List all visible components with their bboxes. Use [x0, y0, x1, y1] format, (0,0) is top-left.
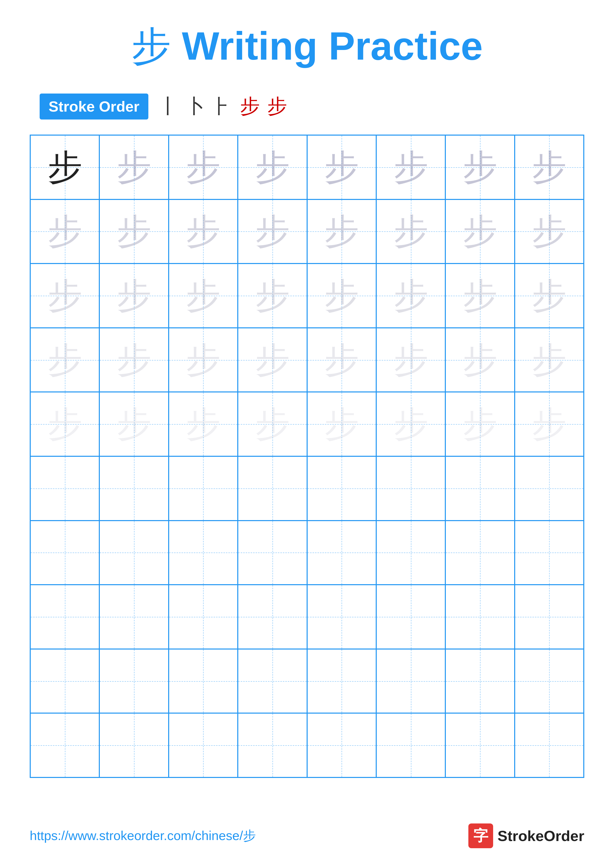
char-r3c1: 步 [48, 278, 82, 313]
grid-cell-r5c3[interactable]: 步 [169, 392, 238, 456]
char-r4c5: 步 [324, 343, 359, 377]
grid-cell-r9c5[interactable] [307, 649, 376, 713]
char-r1c5: 步 [324, 150, 359, 184]
char-r1c4: 步 [255, 150, 290, 184]
grid-cell-r10c7[interactable] [445, 713, 515, 777]
grid-cell-r3c8[interactable]: 步 [515, 264, 584, 328]
grid-cell-r9c3[interactable] [169, 649, 238, 713]
char-r4c7: 步 [463, 343, 497, 377]
char-r2c4: 步 [255, 214, 290, 249]
grid-cell-r5c4[interactable]: 步 [238, 392, 307, 456]
grid-cell-r6c6[interactable] [376, 456, 445, 521]
char-r5c3: 步 [186, 407, 221, 442]
grid-cell-r1c4[interactable]: 步 [238, 135, 307, 200]
grid-cell-r10c1[interactable] [30, 713, 99, 777]
char-r3c5: 步 [324, 278, 359, 313]
grid-cell-r4c1[interactable]: 步 [30, 328, 99, 392]
grid-cell-r4c6[interactable]: 步 [376, 328, 445, 392]
grid-cell-r7c1[interactable] [30, 521, 99, 585]
grid-cell-r4c4[interactable]: 步 [238, 328, 307, 392]
char-r3c6: 步 [393, 278, 428, 313]
grid-cell-r1c7[interactable]: 步 [445, 135, 515, 200]
char-r2c8: 步 [532, 214, 566, 249]
grid-cell-r7c7[interactable] [445, 521, 515, 585]
footer-url[interactable]: https://www.strokeorder.com/chinese/步 [30, 827, 256, 845]
grid-cell-r5c1[interactable]: 步 [30, 392, 99, 456]
grid-cell-r6c4[interactable] [238, 456, 307, 521]
grid-cell-r5c8[interactable]: 步 [515, 392, 584, 456]
grid-cell-r5c2[interactable]: 步 [99, 392, 168, 456]
grid-cell-r2c6[interactable]: 步 [376, 200, 445, 264]
grid-cell-r6c8[interactable] [515, 456, 584, 521]
grid-cell-r2c3[interactable]: 步 [169, 200, 238, 264]
grid-cell-r9c7[interactable] [445, 649, 515, 713]
grid-cell-r8c2[interactable] [99, 585, 168, 649]
grid-cell-r9c4[interactable] [238, 649, 307, 713]
grid-cell-r9c2[interactable] [99, 649, 168, 713]
grid-cell-r7c3[interactable] [169, 521, 238, 585]
grid-cell-r10c2[interactable] [99, 713, 168, 777]
grid-cell-r3c3[interactable]: 步 [169, 264, 238, 328]
grid-cell-r10c3[interactable] [169, 713, 238, 777]
grid-cell-r1c5[interactable]: 步 [307, 135, 376, 200]
grid-cell-r9c6[interactable] [376, 649, 445, 713]
grid-cell-r4c2[interactable]: 步 [99, 328, 168, 392]
grid-cell-r5c6[interactable]: 步 [376, 392, 445, 456]
char-r1c1: 步 [48, 150, 82, 184]
char-r5c6: 步 [393, 407, 428, 442]
grid-cell-r10c8[interactable] [515, 713, 584, 777]
grid-cell-r6c7[interactable] [445, 456, 515, 521]
title-chinese-char: 步 [131, 24, 171, 68]
grid-cell-r8c5[interactable] [307, 585, 376, 649]
grid-cell-r8c1[interactable] [30, 585, 99, 649]
grid-cell-r6c3[interactable] [169, 456, 238, 521]
grid-cell-r6c2[interactable] [99, 456, 168, 521]
char-r5c2: 步 [117, 407, 151, 442]
grid-cell-r8c4[interactable] [238, 585, 307, 649]
grid-cell-r3c2[interactable]: 步 [99, 264, 168, 328]
char-r3c2: 步 [117, 278, 151, 313]
char-r4c2: 步 [117, 343, 151, 377]
grid-cell-r9c1[interactable] [30, 649, 99, 713]
grid-cell-r6c5[interactable] [307, 456, 376, 521]
grid-cell-r3c7[interactable]: 步 [445, 264, 515, 328]
grid-cell-r7c4[interactable] [238, 521, 307, 585]
grid-cell-r4c5[interactable]: 步 [307, 328, 376, 392]
grid-cell-r1c3[interactable]: 步 [169, 135, 238, 200]
grid-cell-r9c8[interactable] [515, 649, 584, 713]
grid-cell-r1c2[interactable]: 步 [99, 135, 168, 200]
grid-cell-r4c3[interactable]: 步 [169, 328, 238, 392]
grid-cell-r3c5[interactable]: 步 [307, 264, 376, 328]
grid-cell-r3c4[interactable]: 步 [238, 264, 307, 328]
grid-cell-r3c6[interactable]: 步 [376, 264, 445, 328]
grid-cell-r2c5[interactable]: 步 [307, 200, 376, 264]
grid-cell-r10c4[interactable] [238, 713, 307, 777]
grid-cell-r7c2[interactable] [99, 521, 168, 585]
grid-cell-r1c1[interactable]: 步 [30, 135, 99, 200]
grid-cell-r5c7[interactable]: 步 [445, 392, 515, 456]
grid-cell-r4c7[interactable]: 步 [445, 328, 515, 392]
grid-cell-r3c1[interactable]: 步 [30, 264, 99, 328]
grid-cell-r7c8[interactable] [515, 521, 584, 585]
grid-cell-r7c6[interactable] [376, 521, 445, 585]
grid-cell-r2c8[interactable]: 步 [515, 200, 584, 264]
grid-cell-r6c1[interactable] [30, 456, 99, 521]
grid-cell-r4c8[interactable]: 步 [515, 328, 584, 392]
char-r1c3: 步 [186, 150, 221, 184]
grid-cell-r2c7[interactable]: 步 [445, 200, 515, 264]
grid-cell-r8c8[interactable] [515, 585, 584, 649]
footer: https://www.strokeorder.com/chinese/步 字 … [30, 823, 584, 848]
grid-cell-r2c2[interactable]: 步 [99, 200, 168, 264]
grid-cell-r8c6[interactable] [376, 585, 445, 649]
grid-cell-r8c7[interactable] [445, 585, 515, 649]
grid-cell-r10c6[interactable] [376, 713, 445, 777]
grid-cell-r1c8[interactable]: 步 [515, 135, 584, 200]
char-r2c5: 步 [324, 214, 359, 249]
grid-cell-r2c4[interactable]: 步 [238, 200, 307, 264]
grid-cell-r5c5[interactable]: 步 [307, 392, 376, 456]
grid-cell-r7c5[interactable] [307, 521, 376, 585]
grid-cell-r2c1[interactable]: 步 [30, 200, 99, 264]
grid-cell-r1c6[interactable]: 步 [376, 135, 445, 200]
grid-cell-r8c3[interactable] [169, 585, 238, 649]
grid-cell-r10c5[interactable] [307, 713, 376, 777]
